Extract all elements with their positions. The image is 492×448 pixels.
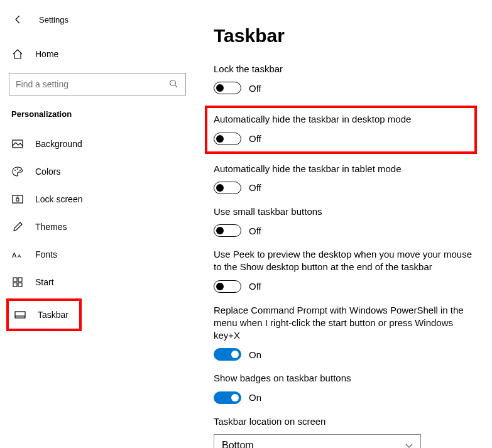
palette-icon [11,165,24,178]
lockscreen-icon [11,193,24,205]
setting-label: Automatically hide the taskbar in tablet… [214,163,473,175]
home-label: Home [35,49,58,59]
toggle-state: Off [249,281,261,292]
setting-label: Use small taskbar buttons [214,205,473,218]
sidebar-item-background[interactable]: Background [9,130,186,158]
sidebar-item-label: Taskbar [38,310,68,320]
toggle-row: Off [214,133,468,145]
toggle-state: On [249,392,261,403]
toggle-row: On [214,391,473,404]
svg-rect-14 [15,312,25,318]
page-title: Taskbar [214,25,473,46]
back-icon[interactable] [11,13,25,26]
svg-rect-11 [18,278,22,281]
home-nav[interactable]: Home [9,41,186,67]
toggle-knob [231,394,239,402]
image-icon [11,138,24,150]
home-icon [11,48,24,60]
search-box[interactable] [9,73,186,96]
svg-rect-13 [18,283,22,287]
svg-line-1 [175,85,178,88]
sidebar-item-colors[interactable]: Colors [9,158,186,185]
chevron-down-icon [405,440,413,448]
setting-lock-taskbar: Lock the taskbar Off [214,63,473,94]
toggle-badges[interactable] [214,391,241,404]
svg-text:A: A [12,251,17,259]
setting-powershell: Replace Command Prompt with Windows Powe… [214,304,473,361]
brush-icon [11,221,24,233]
app-title: Settings [39,15,68,25]
svg-point-0 [170,80,176,86]
setting-small-buttons: Use small taskbar buttons Off [214,205,473,237]
toggle-row: Off [214,82,473,94]
fonts-icon: AA [11,248,24,261]
sidebar-item-label: Fonts [35,249,57,260]
toggle-row: Off [214,280,473,293]
toggle-state: Off [249,226,261,236]
sidebar-item-label: Lock screen [35,194,82,204]
svg-rect-10 [13,278,17,281]
toggle-state: Off [249,133,261,144]
svg-rect-12 [13,283,17,287]
toggle-knob [231,351,239,358]
sidebar-item-start[interactable]: Start [9,268,186,296]
toggle-lock-taskbar[interactable] [214,82,241,94]
section-title: Personalization [9,109,186,119]
select-value: Bottom [222,440,254,448]
sidebar-item-label: Background [35,139,82,149]
toggle-hide-tablet[interactable] [214,182,241,194]
location-select[interactable]: Bottom [214,434,421,448]
start-icon [11,276,24,288]
settings-header: Settings [9,13,186,26]
main-content: Taskbar Lock the taskbar Off Automatical… [195,0,492,448]
sidebar-item-lockscreen[interactable]: Lock screen [9,185,186,213]
setting-label: Use Peek to preview the desktop when you… [214,248,473,274]
setting-label: Automatically hide the taskbar in deskto… [214,113,468,126]
setting-peek: Use Peek to preview the desktop when you… [214,248,473,293]
setting-label: Show badges on taskbar buttons [214,372,473,385]
toggle-knob [216,184,224,192]
svg-text:A: A [18,253,21,259]
sidebar: Settings Home Personalization Background… [0,0,195,448]
svg-rect-7 [16,199,19,201]
toggle-knob [216,135,224,143]
highlight-hide-desktop: Automatically hide the taskbar in deskto… [205,106,477,153]
setting-location: Taskbar location on screen Bottom [214,415,473,449]
setting-hide-tablet: Automatically hide the taskbar in tablet… [214,163,473,194]
toggle-row: Off [214,224,473,237]
toggle-powershell[interactable] [214,348,241,361]
toggle-hide-desktop[interactable] [214,133,241,145]
svg-point-3 [14,170,16,171]
setting-label: Replace Command Prompt with Windows Powe… [214,304,473,342]
search-input[interactable] [16,79,169,89]
sidebar-item-themes[interactable]: Themes [9,213,186,241]
svg-point-4 [17,168,18,170]
setting-label: Lock the taskbar [214,63,473,75]
toggle-knob [216,227,224,234]
toggle-state: Off [249,182,261,193]
toggle-state: Off [249,83,261,94]
toggle-row: Off [214,182,473,194]
toggle-knob [216,283,224,290]
setting-label: Taskbar location on screen [214,415,473,428]
toggle-row: On [214,348,473,361]
sidebar-item-taskbar[interactable]: Taskbar [6,298,82,331]
toggle-state: On [249,349,261,360]
sidebar-item-fonts[interactable]: AA Fonts [9,241,186,268]
toggle-small-buttons[interactable] [214,224,241,237]
search-icon [169,79,179,89]
toggle-peek[interactable] [214,280,241,293]
sidebar-item-label: Colors [35,167,60,177]
sidebar-item-label: Start [35,277,54,287]
svg-point-5 [19,170,21,171]
sidebar-item-label: Themes [35,222,67,232]
taskbar-icon [14,309,26,321]
setting-badges: Show badges on taskbar buttons On [214,372,473,403]
toggle-knob [216,84,224,92]
